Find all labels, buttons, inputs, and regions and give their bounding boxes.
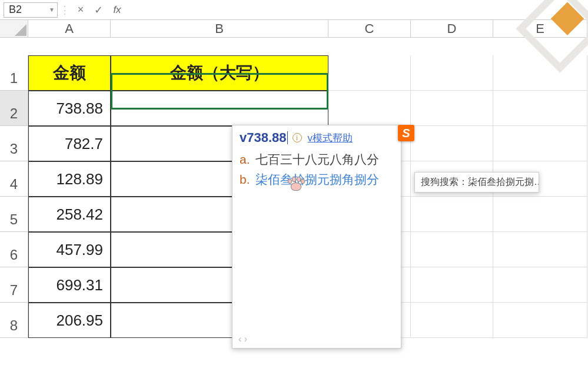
cell-D6[interactable] — [411, 232, 493, 267]
row-head-8[interactable]: 8 — [0, 303, 28, 338]
cell-D2[interactable] — [411, 91, 493, 126]
cell-C1[interactable] — [328, 55, 411, 91]
select-all-corner[interactable] — [0, 20, 28, 38]
name-box[interactable]: B2 ▼ — [4, 2, 58, 18]
formula-input[interactable] — [127, 2, 588, 18]
cell-B1[interactable]: 金额（大写） — [111, 55, 328, 91]
formula-bar: B2 ▼ ⋮ × ✓ fx — [0, 0, 588, 20]
ime-composition-line: v738.88 i v模式帮助 — [240, 130, 394, 145]
cell-D8[interactable] — [411, 303, 493, 338]
cell-A8[interactable]: 206.95 — [28, 303, 111, 338]
candidate-text: 柒佰叁拾捌元捌角捌分 — [255, 173, 379, 186]
ime-candidate-popup[interactable]: v738.88 i v模式帮助 a. 七百三十八元八角八分 b. 柒佰叁拾捌元捌… — [232, 125, 401, 349]
cell-C2[interactable] — [328, 91, 411, 126]
cell-E7[interactable] — [493, 267, 587, 303]
ime-pager[interactable]: ‹ › — [238, 334, 247, 344]
name-box-dropdown-icon[interactable]: ▼ — [49, 6, 55, 13]
row-head-6[interactable]: 6 — [0, 232, 28, 267]
row-head-4[interactable]: 4 — [0, 161, 28, 197]
cell-D1[interactable] — [411, 55, 493, 91]
ime-search-hint[interactable]: 搜狗搜索：柒佰叁拾捌元捌… — [414, 172, 539, 193]
cell-D3[interactable] — [411, 126, 493, 161]
row-head-5[interactable]: 5 — [0, 197, 28, 232]
cell-A7[interactable]: 699.31 — [28, 267, 111, 303]
cell-D5[interactable] — [411, 197, 493, 232]
cell-D7[interactable] — [411, 267, 493, 303]
col-head-D[interactable]: D — [411, 20, 493, 38]
cell-E8[interactable] — [493, 303, 587, 338]
confirm-button[interactable]: ✓ — [89, 4, 107, 16]
cell-E6[interactable] — [493, 232, 587, 267]
row-head-2[interactable]: 2 — [0, 91, 28, 126]
candidate-label: a. — [240, 152, 250, 166]
ime-candidate-b[interactable]: b. 柒佰叁拾捌元捌角捌分 — [240, 171, 394, 188]
cell-A1[interactable]: 金额 — [28, 55, 111, 91]
col-head-E[interactable]: E — [493, 20, 587, 38]
candidate-label: b. — [240, 173, 250, 186]
cancel-button[interactable]: × — [72, 4, 89, 16]
row-head-1[interactable]: 1 — [0, 55, 28, 91]
row-head-3[interactable]: 3 — [0, 126, 28, 161]
cell-A2[interactable]: 738.88 — [28, 91, 111, 126]
cell-E2[interactable] — [493, 91, 587, 126]
cell-A5[interactable]: 258.42 — [28, 197, 111, 232]
col-head-C[interactable]: C — [328, 20, 411, 38]
cell-A6[interactable]: 457.99 — [28, 232, 111, 267]
candidate-text: 七百三十八元八角八分 — [255, 152, 379, 166]
ime-help-link[interactable]: v模式帮助 — [308, 131, 353, 145]
info-icon[interactable]: i — [293, 133, 302, 142]
cell-A4[interactable]: 128.89 — [28, 161, 111, 197]
col-head-B[interactable]: B — [111, 20, 328, 38]
cell-A3[interactable]: 782.7 — [28, 126, 111, 161]
cell-E5[interactable] — [493, 197, 587, 232]
col-head-A[interactable]: A — [28, 20, 111, 38]
row-head-7[interactable]: 7 — [0, 267, 28, 303]
ime-typed-text: v738.88 — [240, 130, 287, 145]
sogou-logo-icon: S — [398, 125, 414, 141]
cell-E1[interactable] — [493, 55, 587, 91]
ime-candidate-a[interactable]: a. 七百三十八元八角八分 — [240, 151, 394, 168]
ime-search-hint-text: 搜狗搜索：柒佰叁拾捌元捌… — [421, 177, 539, 187]
paw-cursor-icon — [287, 177, 305, 192]
cell-reference: B2 — [9, 4, 22, 16]
fx-icon[interactable]: fx — [107, 4, 127, 16]
cell-E3[interactable] — [493, 126, 587, 161]
cell-B2[interactable] — [111, 91, 328, 126]
formula-bar-separator: ⋮ — [58, 4, 72, 16]
